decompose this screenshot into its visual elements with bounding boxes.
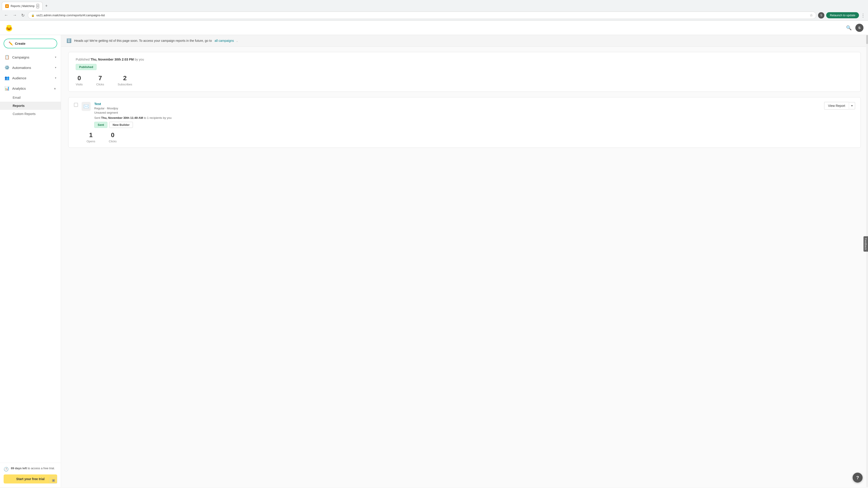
lock-icon: 🔒 bbox=[31, 14, 35, 17]
sidebar-sub-item-reports[interactable]: Reports bbox=[0, 102, 61, 110]
sent-badge: Sent bbox=[94, 122, 107, 128]
browser-tab-bar: M Reports | Mailchimp × + bbox=[0, 0, 868, 10]
audience-chevron-icon: ▾ bbox=[55, 76, 56, 79]
campaign-stats-row: 1 Opens 0 Clicks bbox=[87, 131, 855, 143]
view-report-wrapper: View Report ▾ bbox=[824, 102, 855, 109]
user-avatar[interactable]: S bbox=[855, 24, 864, 32]
url-input[interactable] bbox=[36, 13, 808, 17]
automations-chevron-icon: ▾ bbox=[55, 66, 56, 69]
active-tab[interactable]: M Reports | Mailchimp × bbox=[2, 2, 42, 10]
stat-campaign-clicks-value: 0 bbox=[109, 131, 117, 139]
campaign-item: ✉️ Test Regular · Moodjoy Unsaved segmen… bbox=[68, 97, 861, 148]
create-label: Create bbox=[15, 41, 26, 45]
campaign-header: ✉️ Test Regular · Moodjoy Unsaved segmen… bbox=[74, 102, 855, 128]
app-body: ✏️ Create 📋 Campaigns ▾ ⚙️ Automations ▾ bbox=[0, 35, 868, 487]
app-header: 🔍 S bbox=[0, 21, 868, 35]
campaign-checkbox[interactable] bbox=[74, 103, 78, 107]
stat-visits-label: Visits bbox=[76, 83, 83, 86]
campaign-segment: Unsaved segment bbox=[94, 111, 820, 114]
stat-clicks: 7 Clicks bbox=[96, 74, 104, 86]
trial-days: 89 days left bbox=[11, 466, 27, 470]
stat-subscribes-label: Subscribes bbox=[118, 83, 132, 86]
sidebar-sub-item-reports-label: Reports bbox=[13, 104, 25, 107]
published-meta-suffix: by you bbox=[134, 58, 144, 61]
address-bar[interactable]: 🔒 ☆ bbox=[28, 11, 816, 19]
published-stats-row: 0 Visits 7 Clicks 2 Subscribes bbox=[76, 74, 853, 86]
pencil-icon: ✏️ bbox=[8, 41, 13, 46]
search-button[interactable]: 🔍 bbox=[846, 25, 852, 31]
free-trial-button[interactable]: Start your free trial bbox=[4, 475, 57, 484]
sidebar: ✏️ Create 📋 Campaigns ▾ ⚙️ Automations ▾ bbox=[0, 35, 61, 487]
browser-address-bar: ← → ↻ 🔒 ☆ S Relaunch to update ⋮ bbox=[0, 10, 868, 20]
published-meta-datetime: Thu, November 30th 2:03 PM bbox=[90, 58, 133, 61]
stat-subscribes: 2 Subscribes bbox=[118, 74, 132, 86]
header-actions: 🔍 S bbox=[846, 24, 864, 32]
scrollbar-track[interactable] bbox=[866, 35, 868, 487]
stat-opens: 1 Opens bbox=[87, 131, 95, 143]
sidebar-item-campaigns-left: 📋 Campaigns bbox=[4, 55, 29, 60]
sidebar-item-automations[interactable]: ⚙️ Automations ▾ bbox=[0, 62, 61, 73]
analytics-chevron-icon: ▲ bbox=[54, 87, 56, 90]
campaign-sent-suffix: to 1 recipients by you bbox=[143, 116, 172, 120]
campaigns-icon: 📋 bbox=[4, 55, 9, 60]
create-button[interactable]: ✏️ Create bbox=[4, 39, 57, 48]
published-meta: Published Thu, November 30th 2:03 PM by … bbox=[76, 58, 853, 61]
tab-close-button[interactable]: × bbox=[36, 4, 39, 8]
sidebar-item-campaigns[interactable]: 📋 Campaigns ▾ bbox=[0, 52, 61, 62]
campaign-sent-datetime: Thu, November 30th 11:49 AM bbox=[101, 116, 143, 120]
published-meta-prefix: Published bbox=[76, 58, 90, 61]
published-card: Published Thu, November 30th 2:03 PM by … bbox=[68, 52, 861, 92]
trial-notice: 🕐 89 days left to access a free trial. bbox=[4, 466, 57, 472]
sidebar-item-automations-label: Automations bbox=[12, 66, 31, 70]
clock-icon: 🕐 bbox=[4, 467, 8, 472]
help-button[interactable]: ? bbox=[852, 473, 863, 483]
sidebar-item-audience[interactable]: 👥 Audience ▾ bbox=[0, 73, 61, 83]
relaunch-button[interactable]: Relaunch to update bbox=[826, 12, 859, 18]
view-report-dropdown-button[interactable]: ▾ bbox=[849, 102, 855, 109]
sidebar-collapse-button[interactable]: ▣ bbox=[50, 477, 57, 484]
alert-icon: ℹ️ bbox=[66, 38, 71, 43]
view-report-button[interactable]: View Report bbox=[824, 102, 849, 109]
alert-banner: ℹ️ Heads up! We're getting rid of this p… bbox=[61, 35, 868, 46]
alert-text-after: . bbox=[237, 39, 238, 42]
campaign-info: Test Regular · Moodjoy Unsaved segment S… bbox=[94, 102, 820, 128]
sidebar-item-audience-label: Audience bbox=[12, 76, 26, 80]
sidebar-item-analytics-left: 📊 Analytics bbox=[4, 86, 26, 91]
stat-clicks-label: Clicks bbox=[96, 83, 104, 86]
app: 🔍 S ✏️ Create 📋 Campaigns ▾ ⚙️ Automati bbox=[0, 21, 868, 487]
campaign-details: Regular · Moodjoy bbox=[94, 107, 820, 110]
all-campaigns-link[interactable]: all campaigns bbox=[215, 39, 234, 42]
feedback-tab[interactable]: Feedback bbox=[864, 236, 868, 252]
campaign-name[interactable]: Test bbox=[94, 102, 820, 106]
campaign-details-text: Regular · Moodjoy bbox=[94, 107, 118, 110]
sidebar-sub-item-email-label: Email bbox=[13, 96, 21, 99]
stat-opens-label: Opens bbox=[87, 140, 95, 143]
sidebar-sub-item-custom-reports[interactable]: Custom Reports bbox=[0, 110, 61, 118]
new-tab-button[interactable]: + bbox=[43, 3, 50, 9]
campaign-icon: ✉️ bbox=[82, 102, 91, 111]
main-content: ℹ️ Heads up! We're getting rid of this p… bbox=[61, 35, 868, 487]
sidebar-item-analytics-label: Analytics bbox=[12, 87, 26, 90]
tab-title: Reports | Mailchimp bbox=[11, 4, 35, 8]
automations-icon: ⚙️ bbox=[4, 65, 9, 70]
analytics-icon: 📊 bbox=[4, 86, 9, 91]
alert-text-before: Heads up! We're getting rid of this page… bbox=[74, 39, 212, 42]
more-options-button[interactable]: ⋮ bbox=[861, 13, 865, 18]
campaign-sent: Sent Thu, November 30th 11:49 AM to 1 re… bbox=[94, 116, 820, 120]
stat-clicks-value: 7 bbox=[96, 74, 104, 82]
sidebar-item-automations-left: ⚙️ Automations bbox=[4, 65, 31, 70]
stat-subscribes-value: 2 bbox=[118, 74, 132, 82]
sidebar-sub-item-custom-reports-label: Custom Reports bbox=[13, 112, 35, 116]
sidebar-item-analytics[interactable]: 📊 Analytics ▲ bbox=[0, 83, 61, 94]
sidebar-item-campaigns-label: Campaigns bbox=[12, 55, 29, 59]
back-button[interactable]: ← bbox=[3, 12, 9, 19]
refresh-button[interactable]: ↻ bbox=[20, 12, 26, 19]
sidebar-sub-item-email[interactable]: Email bbox=[0, 94, 61, 102]
content-area: Published Thu, November 30th 2:03 PM by … bbox=[61, 46, 868, 153]
campaign-sent-prefix: Sent bbox=[94, 116, 101, 120]
stat-campaign-clicks-label: Clicks bbox=[109, 140, 117, 143]
stat-visits-value: 0 bbox=[76, 74, 83, 82]
forward-button[interactable]: → bbox=[11, 12, 18, 19]
scrollbar-thumb[interactable] bbox=[866, 35, 868, 44]
bookmark-button[interactable]: ☆ bbox=[810, 13, 813, 18]
